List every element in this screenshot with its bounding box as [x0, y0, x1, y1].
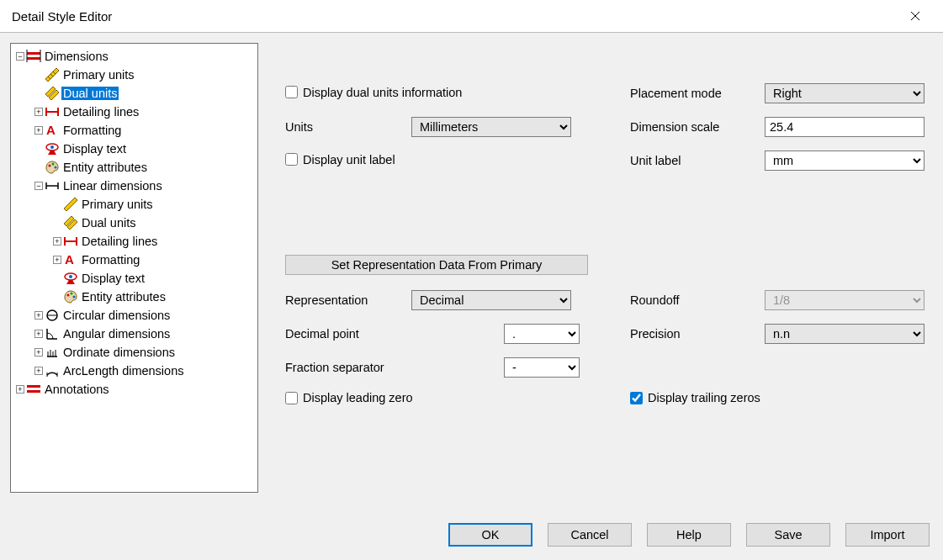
- tree-node-dimensions[interactable]: − Dimensions: [16, 47, 257, 66]
- svg-point-34: [71, 293, 73, 295]
- svg-point-17: [50, 145, 54, 149]
- set-representation-button[interactable]: Set Representation Data From Primary: [285, 255, 588, 275]
- svg-rect-46: [27, 390, 40, 393]
- tree-node-linear-detailing-lines[interactable]: + Detailing lines: [53, 232, 257, 251]
- units-select[interactable]: Millimeters: [411, 117, 571, 137]
- tree-label: Annotations: [43, 383, 111, 396]
- tree-node-arclength-dimensions[interactable]: + ArcLength dimensions: [34, 362, 257, 380]
- ordinate-icon: [45, 345, 60, 360]
- ruler-icon: [63, 197, 78, 212]
- double-ruler-icon: [45, 86, 60, 101]
- client-area: − Dimensions Primary units: [0, 33, 943, 560]
- expand-icon[interactable]: +: [34, 367, 43, 375]
- display-leading-zero-checkbox[interactable]: [285, 392, 298, 404]
- display-unit-label-checkbox-wrap[interactable]: Display unit label: [285, 153, 395, 166]
- display-text-icon: [45, 141, 60, 156]
- expand-icon[interactable]: +: [53, 237, 61, 246]
- expand-icon[interactable]: +: [34, 126, 43, 135]
- collapse-icon[interactable]: −: [16, 52, 24, 61]
- svg-rect-2: [27, 52, 40, 55]
- tree-node-angular-dimensions[interactable]: + Angular dimensions: [34, 325, 257, 343]
- display-dual-units-checkbox[interactable]: [285, 86, 298, 98]
- svg-rect-3: [27, 57, 40, 60]
- svg-marker-24: [64, 198, 77, 211]
- detailing-lines-icon: [63, 234, 78, 249]
- tree-label: ArcLength dimensions: [61, 364, 185, 378]
- dialog-footer: OK Cancel Help Save Import: [10, 518, 933, 552]
- fraction-separator-select[interactable]: -: [504, 357, 580, 378]
- tree-node-dual-units[interactable]: Dual units: [34, 84, 257, 103]
- window-close-button[interactable]: [899, 3, 931, 29]
- formatting-icon: A: [45, 123, 60, 138]
- decimal-point-select[interactable]: .: [504, 324, 580, 344]
- ok-button[interactable]: OK: [448, 523, 532, 547]
- display-text-icon: [63, 271, 78, 286]
- precision-label: Precision: [630, 327, 765, 341]
- tree-node-entity-attributes[interactable]: Entity attributes: [34, 158, 257, 177]
- tree-label: Entity attributes: [80, 290, 167, 304]
- expand-icon[interactable]: +: [16, 385, 24, 394]
- expand-icon[interactable]: +: [53, 256, 61, 264]
- display-leading-zero-label: Display leading zero: [303, 391, 413, 404]
- close-icon: [910, 11, 920, 21]
- precision-select[interactable]: n.n: [765, 324, 924, 344]
- roundoff-label: Roundoff: [630, 293, 765, 307]
- detailing-lines-icon: [45, 104, 60, 119]
- palette-icon: [45, 160, 60, 175]
- tree-node-circular-dimensions[interactable]: + Circular dimensions: [34, 306, 257, 325]
- expand-icon[interactable]: +: [34, 311, 43, 320]
- dimensions-icon: [26, 49, 41, 64]
- representation-label: Representation: [285, 293, 411, 307]
- display-trailing-zeros-checkbox[interactable]: [630, 392, 643, 404]
- fraction-separator-label: Fraction separator: [285, 361, 411, 374]
- tree-node-display-text[interactable]: Display text: [34, 140, 257, 158]
- display-unit-label-checkbox[interactable]: [285, 153, 298, 166]
- tree-label: Dual units: [61, 87, 119, 100]
- tree-panel[interactable]: − Dimensions Primary units: [10, 43, 258, 493]
- expand-icon[interactable]: +: [34, 348, 43, 357]
- representation-select[interactable]: Decimal: [411, 290, 571, 310]
- collapse-icon[interactable]: −: [34, 182, 43, 190]
- unit-label-select[interactable]: mm: [765, 151, 924, 171]
- tree-label: Angular dimensions: [61, 327, 172, 341]
- tree-node-ordinate-dimensions[interactable]: + Ordinate dimensions: [34, 343, 257, 362]
- placement-mode-label: Placement mode: [630, 87, 765, 100]
- tree-label: Entity attributes: [61, 161, 149, 174]
- display-leading-zero-checkbox-wrap[interactable]: Display leading zero: [285, 391, 413, 404]
- angular-icon: [45, 326, 60, 341]
- expand-icon[interactable]: +: [34, 330, 43, 338]
- tree-node-linear-display-text[interactable]: Display text: [53, 269, 257, 288]
- tree-node-linear-entity-attributes[interactable]: Entity attributes: [53, 288, 257, 306]
- tree-label: Display text: [80, 272, 146, 285]
- unit-label-label: Unit label: [630, 154, 765, 167]
- import-button[interactable]: Import: [845, 523, 930, 547]
- expand-icon[interactable]: +: [34, 108, 43, 116]
- tree-node-linear-dual-units[interactable]: Dual units: [53, 214, 257, 232]
- svg-rect-45: [27, 385, 40, 388]
- dimension-scale-input[interactable]: [765, 117, 924, 137]
- tree-node-linear-formatting[interactable]: + A Formatting: [53, 251, 257, 269]
- tree-node-linear-primary-units[interactable]: Primary units: [53, 195, 257, 214]
- display-dual-units-checkbox-wrap[interactable]: Display dual units information: [285, 86, 462, 99]
- circular-icon: [45, 308, 60, 323]
- tree-node-linear-dimensions[interactable]: − Linear dimensions: [34, 177, 257, 195]
- tree-label: Circular dimensions: [61, 309, 172, 322]
- ruler-icon: [45, 67, 60, 82]
- formatting-icon: A: [63, 252, 78, 267]
- cancel-button[interactable]: Cancel: [548, 523, 632, 547]
- form-panel: Display dual units information Placement…: [285, 43, 933, 511]
- help-button[interactable]: Help: [647, 523, 731, 547]
- roundoff-select: 1/8: [765, 290, 924, 310]
- svg-text:A: A: [46, 123, 56, 137]
- tree-node-formatting[interactable]: + A Formatting: [34, 121, 257, 140]
- placement-mode-select[interactable]: Right: [765, 83, 924, 103]
- titlebar: Detail Style Editor: [0, 0, 943, 33]
- save-button[interactable]: Save: [746, 523, 830, 547]
- decimal-point-label: Decimal point: [285, 327, 411, 341]
- tree-node-primary-units[interactable]: Primary units: [34, 66, 257, 84]
- display-trailing-zeros-checkbox-wrap[interactable]: Display trailing zeros: [630, 391, 760, 404]
- tree-node-annotations[interactable]: + Annotations: [16, 380, 257, 399]
- tree-label: Formatting: [80, 253, 141, 267]
- tree-label: Linear dimensions: [61, 179, 164, 193]
- tree-node-detailing-lines[interactable]: + Detailing lines: [34, 103, 257, 121]
